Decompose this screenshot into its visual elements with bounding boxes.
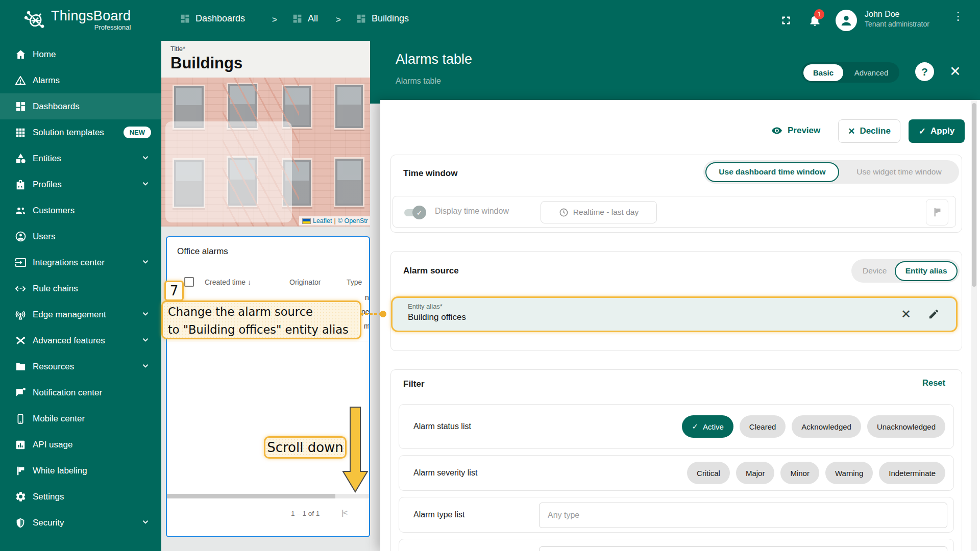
entities-shapes-icon xyxy=(14,153,27,165)
alarm-type-input[interactable] xyxy=(539,503,947,528)
filter-title: Filter xyxy=(403,379,425,389)
sidebar-item-edge-management[interactable]: Edge management xyxy=(0,302,161,328)
pagination-range: 1 – 1 of 1 xyxy=(291,510,320,517)
apply-button[interactable]: ✓ Apply xyxy=(909,119,965,143)
sidebar-item-users[interactable]: Users xyxy=(0,223,161,249)
basic-advanced-toggle: Basic Advanced xyxy=(801,62,899,83)
table-row-fragment: m xyxy=(364,322,370,330)
user-info[interactable]: John Doe Tenant administrator xyxy=(865,9,929,29)
timewindow-style-button[interactable] xyxy=(926,199,948,226)
breadcrumb-all[interactable]: All xyxy=(292,13,318,24)
api-usage-chart-icon xyxy=(14,439,27,451)
first-page-icon[interactable]: |< xyxy=(341,508,347,517)
chip-minor[interactable]: Minor xyxy=(780,462,819,484)
sort-desc-arrow-icon[interactable]: ↓ xyxy=(248,278,251,286)
entity-alias-label: Entity alias* xyxy=(408,303,443,310)
chevron-down-icon xyxy=(141,361,150,372)
folder-icon xyxy=(14,361,27,373)
sidebar-item-security[interactable]: Security xyxy=(0,510,161,536)
bug-logo-icon xyxy=(22,7,46,33)
ukraine-flag-icon xyxy=(302,218,311,224)
realtime-selector[interactable]: Realtime - last day xyxy=(541,201,657,223)
sidebar-item-mobile-center[interactable]: Mobile center xyxy=(0,406,161,432)
person-icon xyxy=(839,13,854,28)
entity-alias-field[interactable]: Entity alias* Building offices ✕ xyxy=(391,296,958,332)
clear-icon[interactable]: ✕ xyxy=(901,307,911,321)
integrations-input-icon xyxy=(14,257,27,269)
chip-critical[interactable]: Critical xyxy=(687,462,730,484)
chip-major[interactable]: Major xyxy=(736,462,775,484)
kebab-menu-icon[interactable]: ⋮ xyxy=(952,14,964,18)
logo-subtitle: Professional xyxy=(51,23,131,31)
fullscreen-icon[interactable] xyxy=(779,14,793,29)
sidebar-item-advanced-features[interactable]: Advanced features xyxy=(0,328,161,354)
sidebar-item-rule-chains[interactable]: Rule chains xyxy=(0,276,161,302)
preview-button[interactable]: Preview xyxy=(771,124,820,137)
dashboards-icon xyxy=(180,13,190,24)
sidebar-item-entities[interactable]: Entities xyxy=(0,145,161,171)
gear-icon xyxy=(14,491,27,503)
dashboards-icon xyxy=(292,13,303,24)
office-alarms-widget[interactable]: Office alarms Created time ↓ Originator … xyxy=(166,236,370,537)
tab-basic[interactable]: Basic xyxy=(803,64,843,81)
scroll-down-arrow xyxy=(340,406,371,494)
sidebar-item-dashboards[interactable]: Dashboards xyxy=(0,93,161,119)
use-dashboard-time-window-option[interactable]: Use dashboard time window xyxy=(705,162,839,182)
column-originator[interactable]: Originator xyxy=(289,278,321,286)
help-icon[interactable]: ? xyxy=(915,62,934,81)
thingsboard-logo[interactable]: ThingsBoard Professional xyxy=(22,7,131,33)
device-option[interactable]: Device xyxy=(851,266,895,276)
dashboards-icon xyxy=(356,13,366,24)
sidebar-item-home[interactable]: Home xyxy=(0,41,161,67)
notifications-bell-icon[interactable]: 1 xyxy=(808,13,822,29)
tab-advanced[interactable]: Advanced xyxy=(843,68,899,77)
breadcrumb-buildings[interactable]: Buildings xyxy=(356,13,409,24)
dashboard-title-input[interactable]: Buildings xyxy=(170,54,242,72)
decline-button[interactable]: ✕ Decline xyxy=(838,119,900,143)
user-role: Tenant administrator xyxy=(865,19,929,29)
reset-link[interactable]: Reset xyxy=(922,378,945,388)
alarm-source-title: Alarm source xyxy=(403,266,459,276)
home-icon xyxy=(14,48,27,61)
sidebar-item-resources[interactable]: Resources xyxy=(0,354,161,380)
chip-cleared[interactable]: Cleared xyxy=(740,415,786,438)
time-window-title: Time window xyxy=(403,168,457,179)
chip-unacknowledged[interactable]: Unacknowledged xyxy=(867,415,945,438)
breadcrumb-dashboards[interactable]: Dashboards xyxy=(180,13,245,24)
openstreetmap-link[interactable]: © OpenStr xyxy=(338,217,368,224)
shield-icon xyxy=(14,517,27,529)
column-created-time[interactable]: Created time ↓ xyxy=(205,278,251,286)
sidebar-item-api-usage[interactable]: API usage xyxy=(0,432,161,458)
entity-alias-option[interactable]: Entity alias xyxy=(895,261,958,281)
close-icon[interactable]: ✕ xyxy=(949,63,961,80)
time-window-settings-row: ✓ Display time window Realtime - last da… xyxy=(393,196,956,228)
profiles-badge-icon xyxy=(14,179,27,191)
sidebar-item-alarms[interactable]: Alarms xyxy=(0,67,161,93)
alarm-severity-row: Alarm severity list Critical Major Minor… xyxy=(399,455,954,491)
sidebar-item-integrations[interactable]: Integrations center xyxy=(0,249,161,276)
templates-grid-icon xyxy=(14,127,27,139)
sidebar-item-white-labeling[interactable]: White labeling xyxy=(0,458,161,484)
sidebar-item-solution-templates[interactable]: Solution templates NEW xyxy=(0,119,161,145)
user-avatar[interactable] xyxy=(836,10,857,31)
chip-indeterminate[interactable]: Indeterminate xyxy=(879,462,945,484)
edit-pencil-icon[interactable] xyxy=(928,308,940,322)
sidebar-item-notification-center[interactable]: Notification center xyxy=(0,380,161,406)
chip-warning[interactable]: Warning xyxy=(825,462,873,484)
sidebar-item-settings[interactable]: Settings xyxy=(0,484,161,510)
eye-icon xyxy=(771,124,783,137)
select-all-checkbox[interactable] xyxy=(184,277,194,287)
sidebar-item-profiles[interactable]: Profiles xyxy=(0,171,161,197)
rule-chains-icon xyxy=(14,283,27,295)
leaflet-link[interactable]: Leaflet xyxy=(313,217,332,224)
chip-active[interactable]: ✓ Active xyxy=(682,415,733,438)
use-widget-time-window-option[interactable]: Use widget time window xyxy=(839,167,959,177)
sidebar-item-customers[interactable]: Customers xyxy=(0,197,161,223)
white-label-flag-icon xyxy=(14,465,27,477)
step-number-badge: 7 xyxy=(164,281,184,301)
breadcrumb-separator: > xyxy=(272,15,277,25)
column-type[interactable]: Type xyxy=(347,278,362,286)
chip-acknowledged[interactable]: Acknowledged xyxy=(792,415,861,438)
horizontal-scrollbar[interactable] xyxy=(167,494,370,498)
panel-scrollbar[interactable] xyxy=(971,100,977,551)
